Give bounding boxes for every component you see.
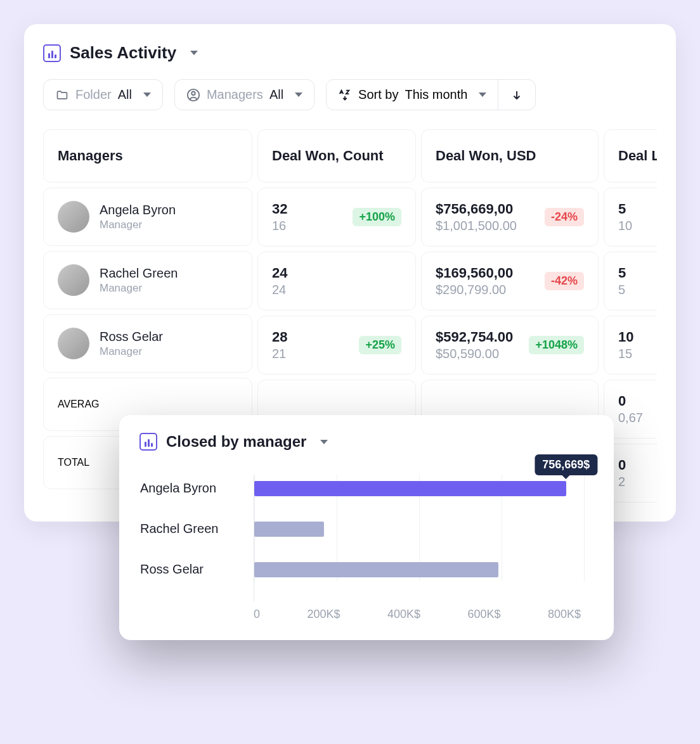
sort-direction-button[interactable] [498, 80, 535, 110]
table-row[interactable]: Rachel Green Manager [43, 251, 252, 309]
chevron-down-icon [143, 93, 151, 97]
chart-body: Angela ByronRachel GreenRoss Gelar756,66… [139, 475, 593, 621]
managers-value: All [269, 87, 283, 102]
folder-filter[interactable]: Folder All [43, 79, 163, 110]
chart-category-label: Angela Byron [140, 481, 248, 496]
col-header-count: Deal Won, Count [257, 129, 416, 183]
folder-value: All [118, 87, 132, 102]
page-title: Sales Activity [70, 43, 176, 63]
chevron-down-icon [295, 93, 302, 97]
closed-by-manager-panel: Closed by manager Angela ByronRachel Gre… [119, 415, 614, 640]
chevron-down-icon[interactable] [190, 51, 198, 55]
chart-title: Closed by manager [166, 433, 306, 451]
x-tick-label: 400K$ [387, 608, 420, 621]
manager-role: Manager [100, 345, 163, 358]
filters-row: Folder All Managers All Sort by Thi [43, 79, 657, 110]
metric-cell: 28 21 +25% [257, 316, 416, 375]
svg-point-1 [191, 91, 195, 95]
x-tick-label: 800K$ [548, 608, 581, 621]
change-badge: -42% [545, 272, 584, 290]
person-icon [186, 88, 200, 102]
avatar [58, 201, 89, 233]
table-row[interactable]: Ross Gelar Manager [43, 314, 252, 373]
metric-cell: $592,754.00 $50,590.00 +1048% [421, 316, 599, 375]
col-header-usd: Deal Won, USD [421, 129, 599, 183]
chart-grid: Angela ByronRachel GreenRoss Gelar756,66… [254, 475, 581, 601]
table-row[interactable]: Angela Byron Manager [43, 188, 252, 246]
sort-label: Sort by [358, 87, 398, 102]
folder-icon [55, 88, 69, 102]
x-tick-label: 0 [254, 608, 260, 621]
arrow-down-icon [510, 88, 524, 102]
chart-category-label: Rachel Green [140, 522, 248, 536]
manager-role: Manager [100, 219, 176, 231]
metric-cell: 32 16 +100% [257, 188, 416, 247]
chart-bar[interactable] [254, 522, 324, 537]
chevron-down-icon[interactable] [320, 440, 328, 444]
manager-name: Angela Byron [100, 203, 176, 217]
metric-cell: 5 10 +10 [604, 188, 657, 247]
x-tick-label: 200K$ [307, 608, 340, 621]
folder-label: Folder [75, 87, 112, 102]
change-badge: -24% [545, 208, 584, 226]
avatar [58, 328, 89, 359]
sort-az-icon [338, 88, 352, 102]
avatar [58, 264, 89, 296]
change-badge: +100% [353, 208, 401, 226]
change-badge: +1048% [529, 336, 584, 354]
metric-cell: $756,669,00 $1,001,500.00 -24% [421, 188, 599, 247]
managers-label: Managers [207, 87, 263, 102]
chart-icon [139, 433, 157, 451]
sort-filter[interactable]: Sort by This month [326, 79, 536, 110]
chart-panel-header: Closed by manager [139, 433, 593, 462]
chart-tooltip: 756,669$ [535, 454, 597, 475]
chart-bar[interactable] [254, 562, 498, 577]
managers-filter[interactable]: Managers All [174, 79, 314, 110]
metric-cell: 10 15 +33 [604, 316, 657, 375]
col-header-lost: Deal Lo [604, 129, 657, 183]
sort-value: This month [405, 87, 467, 102]
card-header: Sales Activity [43, 43, 657, 63]
metric-cell: 24 24 [257, 252, 416, 311]
metric-cell: $169,560,00 $290,799.00 -42% [421, 252, 599, 311]
chart-category-label: Ross Gelar [140, 562, 248, 577]
manager-role: Manager [100, 282, 178, 295]
chart-icon [43, 44, 61, 62]
manager-name: Ross Gelar [100, 330, 163, 344]
manager-name: Rachel Green [100, 266, 178, 281]
x-tick-label: 600K$ [467, 608, 500, 621]
chart-bar[interactable] [254, 481, 566, 496]
metric-cell: 5 5 [604, 252, 657, 311]
chart-x-axis: 0200K$400K$600K$800K$ [254, 608, 581, 621]
change-badge: +25% [359, 336, 401, 354]
chevron-down-icon [479, 93, 486, 97]
col-header-managers: Managers [43, 129, 252, 183]
